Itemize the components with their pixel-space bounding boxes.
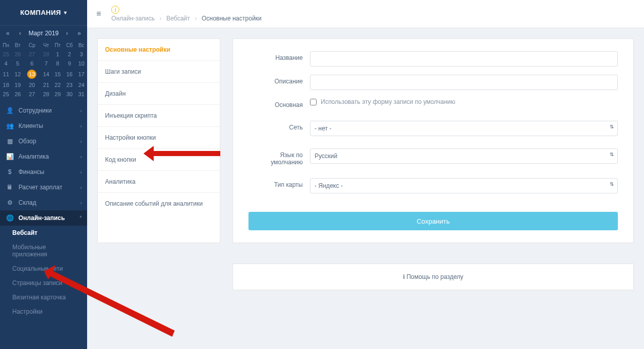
menu-toggle-icon[interactable]: ≡ — [96, 9, 101, 18]
nav-icon: 👤 — [6, 107, 13, 114]
chevron-icon: ‹ — [80, 108, 82, 114]
calendar-day[interactable]: 27 — [24, 50, 40, 59]
settings-tabs: Основные настройкиШаги записиДизайнИнъек… — [97, 38, 220, 243]
calendar-day[interactable]: 7 — [40, 59, 52, 68]
calendar-day[interactable]: 31 — [76, 90, 88, 99]
nav-label: Онлайн-запись — [18, 214, 65, 222]
calendar-day[interactable]: 23 — [64, 80, 76, 90]
calendar-day[interactable]: 6 — [24, 59, 40, 68]
nav-item-0[interactable]: 👤Сотрудники‹ — [0, 103, 87, 118]
calendar-day[interactable]: 19 — [12, 80, 23, 90]
help-card[interactable]: i Помощь по разделу — [233, 264, 634, 290]
tab-3[interactable]: Инъекция скрипта — [98, 105, 220, 127]
calendar-day[interactable]: 16 — [64, 68, 76, 80]
net-label: Сеть — [248, 121, 310, 131]
calendar-day-header: Пт — [52, 41, 63, 50]
map-select[interactable]: - Яндекс - — [310, 178, 618, 193]
calendar-prev-year[interactable]: « — [4, 29, 12, 38]
calendar-day[interactable]: 26 — [12, 50, 23, 59]
calendar-day[interactable]: 27 — [24, 90, 40, 99]
net-select[interactable]: - нет - — [310, 121, 618, 136]
nav-item-4[interactable]: $Финансы‹ — [0, 164, 87, 180]
calendar-day[interactable]: 10 — [76, 59, 88, 68]
calendar-day[interactable]: 17 — [76, 68, 88, 80]
nav-item-3[interactable]: 📊Аналитика‹ — [0, 149, 87, 164]
tab-1[interactable]: Шаги записи — [98, 61, 220, 83]
breadcrumb-2[interactable]: Вебсайт — [167, 15, 190, 22]
sub-item-1[interactable]: Мобильные приложения — [0, 240, 87, 261]
info-icon[interactable]: i — [111, 6, 119, 14]
calendar-day[interactable]: 11 — [0, 68, 12, 80]
calendar-day[interactable]: 12 — [12, 68, 23, 80]
calendar-day[interactable]: 14 — [40, 68, 52, 80]
tab-6[interactable]: Аналитика — [98, 171, 220, 193]
calendar-day[interactable]: 21 — [40, 80, 52, 90]
calendar-day[interactable]: 22 — [52, 80, 63, 90]
sub-item-2[interactable]: Социальные сети — [0, 261, 87, 276]
calendar-day[interactable]: 24 — [76, 80, 88, 90]
breadcrumb-1[interactable]: Онлайн-запись — [111, 15, 155, 22]
calendar-day-header: Вт — [12, 41, 23, 50]
calendar-day[interactable]: 18 — [0, 80, 12, 90]
calendar-day[interactable]: 1 — [52, 50, 63, 59]
nav-icon: ⚙ — [6, 199, 13, 206]
form-card: Название Описание Основная Использовать … — [233, 38, 634, 243]
tab-0[interactable]: Основные настройки — [98, 39, 220, 61]
chevron-icon: ‹ — [80, 200, 82, 206]
calendar-day[interactable]: 15 — [52, 68, 63, 80]
nav-item-7[interactable]: 🌐Онлайн-запись˅ — [0, 210, 87, 226]
calendar-day[interactable]: 13 — [24, 68, 40, 80]
calendar: ПнВтСрЧтПтСбВс 2526272812345678910111213… — [0, 41, 87, 99]
nav-icon: 👥 — [6, 122, 13, 129]
topbar: ≡ i Онлайн-запись › Вебсайт › Основные н… — [87, 0, 644, 28]
desc-label: Описание — [248, 75, 310, 85]
calendar-day[interactable]: 28 — [40, 50, 52, 59]
chevron-icon: ‹ — [80, 185, 82, 190]
nav-item-6[interactable]: ⚙Склад‹ — [0, 195, 87, 210]
calendar-next-month[interactable]: › — [64, 29, 70, 38]
nav-item-2[interactable]: ▦Обзор‹ — [0, 134, 87, 149]
calendar-day[interactable]: 26 — [12, 90, 23, 99]
calendar-day-header: Чт — [40, 41, 52, 50]
desc-input[interactable] — [310, 75, 618, 90]
nav: 👤Сотрудники‹👥Клиенты‹▦Обзор‹📊Аналитика‹$… — [0, 103, 87, 226]
chevron-icon: ‹ — [80, 139, 82, 144]
sub-item-4[interactable]: Визитная карточка — [0, 290, 87, 304]
calendar-day[interactable]: 29 — [52, 90, 63, 99]
save-button[interactable]: Сохранить — [248, 212, 618, 230]
nav-item-1[interactable]: 👥Клиенты‹ — [0, 118, 87, 134]
tab-4[interactable]: Настройки кнопки — [98, 127, 220, 149]
lang-label: Язык по умолчанию — [248, 148, 310, 166]
main-checkbox-wrap[interactable]: Использовать эту форму записи по умолчан… — [310, 98, 618, 105]
sub-item-5[interactable]: Настройки — [0, 304, 87, 319]
sub-item-3[interactable]: Страницы записи — [0, 276, 87, 290]
calendar-day[interactable]: 20 — [24, 80, 40, 90]
map-label: Тип карты — [248, 178, 310, 188]
sidebar: КОМПАНИЯ ▾ « ‹ Март 2019 › » ПнВтСрЧтПтС… — [0, 0, 87, 349]
company-selector[interactable]: КОМПАНИЯ ▾ — [0, 0, 87, 26]
lang-select[interactable]: Русский — [310, 148, 618, 164]
calendar-day[interactable]: 25 — [0, 50, 12, 59]
sub-item-0[interactable]: Вебсайт — [0, 226, 87, 240]
calendar-next-year[interactable]: » — [75, 29, 83, 38]
calendar-day[interactable]: 5 — [12, 59, 23, 68]
tab-5[interactable]: Код кнопки — [98, 149, 220, 171]
calendar-day[interactable]: 2 — [64, 50, 76, 59]
main-checkbox[interactable] — [310, 99, 317, 105]
chevron-icon: ‹ — [80, 169, 82, 175]
tab-7[interactable]: Описание событий для аналитики — [98, 193, 220, 214]
calendar-day[interactable]: 28 — [40, 90, 52, 99]
calendar-day[interactable]: 3 — [76, 50, 88, 59]
nav-label: Склад — [18, 199, 36, 206]
calendar-day[interactable]: 8 — [52, 59, 63, 68]
tab-2[interactable]: Дизайн — [98, 83, 220, 105]
name-input[interactable] — [310, 51, 618, 67]
calendar-day[interactable]: 9 — [64, 59, 76, 68]
calendar-day[interactable]: 30 — [64, 90, 76, 99]
nav-item-5[interactable]: 🖩Расчет зарплат‹ — [0, 180, 87, 195]
calendar-day[interactable]: 25 — [0, 90, 12, 99]
nav-icon: ▦ — [6, 138, 13, 145]
nav-label: Расчет зарплат — [18, 184, 63, 191]
calendar-day[interactable]: 4 — [0, 59, 12, 68]
calendar-prev-month[interactable]: ‹ — [17, 29, 23, 38]
